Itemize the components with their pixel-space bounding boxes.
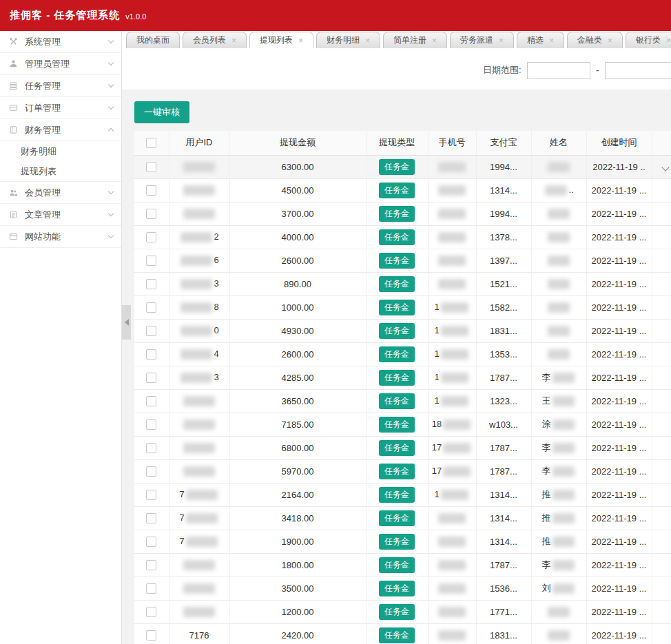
cell-actions: [652, 436, 671, 459]
cell-created-time: 2022-11-19 ...: [586, 178, 652, 202]
row-checkbox[interactable]: [146, 396, 156, 406]
tab-提现列表[interactable]: 提现列表×: [249, 32, 313, 48]
sidebar-item-label: 文章管理: [25, 209, 109, 221]
tab-银行类[interactable]: 银行类×: [626, 32, 671, 48]
sidebar-item-会员管理[interactable]: 会员管理: [0, 182, 121, 204]
cell-phone: 17: [428, 436, 476, 459]
close-tab-icon[interactable]: ×: [666, 37, 671, 45]
row-checkbox[interactable]: [146, 560, 156, 570]
header-cell-用户ID: 用户ID: [169, 131, 229, 155]
user-id-text: 7: [179, 536, 184, 546]
user-id-text: 8: [214, 302, 218, 312]
redacted-name: [548, 349, 570, 360]
row-checkbox[interactable]: [146, 209, 156, 219]
close-tab-icon[interactable]: ×: [608, 37, 612, 45]
row-checkbox[interactable]: [146, 419, 156, 430]
cell-created-time: 2022-11-19 ...: [586, 272, 652, 295]
cell-amount: 890.00: [229, 272, 366, 295]
cell-select: [134, 389, 169, 413]
sidebar-item-系统管理[interactable]: 系统管理: [0, 31, 121, 53]
one-click-audit-button[interactable]: 一键审核: [134, 101, 189, 123]
row-checkbox[interactable]: [146, 466, 156, 477]
sidebar-item-任务管理[interactable]: 任务管理: [0, 75, 121, 97]
close-tab-icon[interactable]: ×: [231, 37, 236, 45]
withdraw-type-badge: 任务金: [379, 393, 415, 409]
row-checkbox[interactable]: [146, 490, 156, 500]
cell-actions: [652, 319, 671, 342]
row-checkbox[interactable]: [146, 256, 156, 266]
date-range-separator: -: [596, 64, 599, 76]
cell-user-id: 7: [169, 483, 229, 506]
sidebar-subitem-提现列表[interactable]: 提现列表: [0, 161, 121, 181]
cell-alipay: 1787...: [476, 553, 531, 577]
row-checkbox[interactable]: [146, 443, 156, 453]
sidebar-submenu: 财务明细提现列表: [0, 141, 121, 182]
row-checkbox[interactable]: [146, 279, 156, 289]
finance-book-icon: [9, 125, 19, 134]
row-checkbox[interactable]: [146, 326, 156, 336]
row-checkbox[interactable]: [146, 537, 156, 547]
cell-select: [134, 483, 169, 506]
row-checkbox[interactable]: [146, 302, 156, 313]
select-all-checkbox[interactable]: [146, 138, 156, 148]
cell-amount: 5970.00: [229, 459, 366, 483]
cell-select: [134, 249, 169, 272]
redacted-phone: [443, 466, 471, 477]
sidebar-subitem-财务明细[interactable]: 财务明细: [0, 141, 121, 161]
cell-user-id: 0: [169, 319, 229, 342]
cell-user-id: [169, 389, 229, 413]
date-start-input[interactable]: [527, 62, 590, 79]
close-tab-icon[interactable]: ×: [365, 37, 370, 45]
tab-我的桌面[interactable]: 我的桌面: [126, 32, 180, 48]
withdraw-type-badge: 任务金: [379, 440, 415, 456]
close-tab-icon[interactable]: ×: [549, 37, 554, 45]
database-icon: [9, 81, 19, 90]
cell-user-id: 7: [169, 506, 229, 530]
tab-label: 会员列表: [193, 34, 226, 46]
sidebar-item-网站功能[interactable]: 网站功能: [0, 226, 121, 248]
cell-name: [531, 342, 586, 366]
tab-精选[interactable]: 精选×: [517, 32, 564, 48]
row-checkbox[interactable]: [146, 583, 156, 594]
cell-amount: 7185.00: [229, 413, 366, 436]
cell-user-id: 4: [169, 342, 229, 366]
header-cell-手机号: 手机号: [428, 131, 476, 155]
user-id-text: 2: [214, 231, 218, 242]
close-tab-icon[interactable]: ×: [499, 37, 504, 45]
row-checkbox[interactable]: [146, 349, 156, 360]
filter-row: 日期范围: -: [122, 48, 671, 90]
row-checkbox[interactable]: [146, 513, 156, 523]
sidebar-item-财务管理[interactable]: 财务管理: [0, 119, 121, 141]
sidebar-collapse-handle[interactable]: [122, 305, 131, 340]
cell-created-time: 2022-11-19 ...: [586, 506, 652, 530]
cell-phone: 1: [428, 295, 476, 319]
close-tab-icon[interactable]: ×: [298, 37, 303, 45]
row-checkbox[interactable]: [146, 373, 156, 383]
row-checkbox[interactable]: [146, 162, 156, 172]
phone-text: 17: [432, 466, 442, 476]
tab-劳务派遣[interactable]: 劳务派遣×: [450, 32, 514, 48]
row-checkbox[interactable]: [146, 630, 156, 641]
sidebar-item-文章管理[interactable]: 文章管理: [0, 204, 121, 226]
row-checkbox[interactable]: [146, 185, 156, 196]
sidebar-item-管理员管理[interactable]: 管理员管理: [0, 53, 121, 75]
cell-name: [531, 272, 586, 295]
cell-phone: [428, 155, 476, 178]
tab-label: 财务明细: [327, 34, 360, 46]
row-expand-chevron-icon[interactable]: [661, 163, 669, 171]
row-checkbox[interactable]: [146, 607, 156, 617]
tab-金融类[interactable]: 金融类×: [567, 32, 623, 48]
cell-withdraw-type: 任务金: [366, 272, 428, 295]
cell-alipay: 1831...: [476, 623, 531, 644]
close-tab-icon[interactable]: ×: [432, 37, 437, 45]
row-checkbox[interactable]: [146, 232, 156, 242]
tab-财务明细[interactable]: 财务明细×: [316, 32, 380, 48]
date-end-input[interactable]: [605, 62, 671, 79]
header-cell-创建时间: 创建时间: [586, 131, 652, 155]
sidebar-item-订单管理[interactable]: 订单管理: [0, 97, 121, 119]
tab-会员列表[interactable]: 会员列表×: [183, 32, 247, 48]
cell-actions: [652, 553, 671, 577]
cell-user-id: [169, 155, 229, 178]
tab-简单注册[interactable]: 简单注册×: [383, 32, 447, 48]
redacted-user-id: [183, 396, 215, 406]
